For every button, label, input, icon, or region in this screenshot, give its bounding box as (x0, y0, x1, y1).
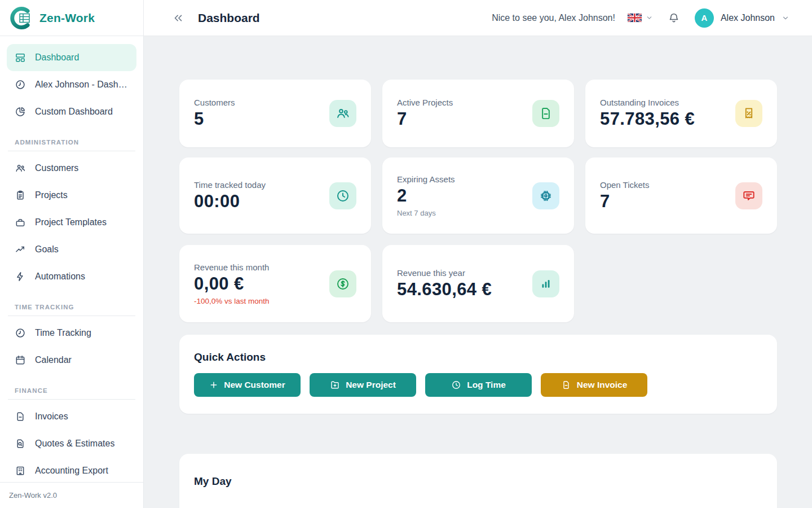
sidebar-item-label: Dashboard (35, 52, 79, 63)
quick-actions-title: Quick Actions (194, 351, 762, 364)
sidebar-item-accounting-export[interactable]: Accounting Export (7, 457, 136, 482)
document-icon (15, 411, 26, 422)
bar-chart-icon (532, 270, 559, 297)
toolbox-icon (15, 217, 26, 228)
stat-value: 7 (600, 191, 650, 212)
file-icon (561, 380, 571, 390)
sidebar-item-quotes-estimates[interactable]: Quotes & Estimates (7, 430, 136, 457)
sidebar: Zen-Work Dashboard Alex Johnson - Dashb… (0, 0, 144, 508)
stat-card-revenue-year[interactable]: Revenue this year 54.630,64 € (382, 245, 574, 322)
sidebar-item-project-templates[interactable]: Project Templates (7, 209, 136, 236)
stat-label: Expiring Assets (397, 174, 455, 184)
sidebar-item-custom-dashboard[interactable]: Custom Dashboard (7, 98, 136, 125)
sidebar-item-time-tracking[interactable]: Time Tracking (7, 319, 136, 347)
sidebar-item-label: Time Tracking (35, 328, 91, 338)
stats-row-3: Revenue this month 0,00 € -100,0% vs las… (179, 245, 777, 322)
language-selector[interactable] (628, 14, 653, 22)
sidebar-item-label: Invoices (35, 411, 68, 422)
stat-card-open-tickets[interactable]: Open Tickets 7 (585, 157, 777, 234)
log-time-button[interactable]: Log Time (425, 373, 532, 397)
notifications-bell-icon[interactable] (668, 12, 680, 24)
clock-icon (451, 380, 461, 390)
stat-delta: -100,0% vs last month (194, 297, 270, 305)
sidebar-item-label: Custom Dashboard (35, 107, 113, 117)
folder-plus-icon (330, 380, 340, 390)
dollar-circle-icon (329, 270, 356, 297)
topbar: Dashboard Nice to see you, Alex Johnson! (144, 0, 812, 36)
divider (8, 399, 135, 400)
file-icon (532, 100, 559, 127)
sidebar-item-label: Accounting Export (35, 466, 108, 476)
sidebar-item-label: Automations (35, 271, 85, 282)
stat-card-revenue-month[interactable]: Revenue this month 0,00 € -100,0% vs las… (179, 245, 371, 322)
stat-value: 54.630,64 € (397, 279, 492, 300)
stat-value: 00:00 (194, 191, 266, 212)
brand-home-link[interactable]: Zen-Work (0, 0, 143, 36)
sidebar-item-label: Projects (35, 190, 68, 200)
stat-card-outstanding-invoices[interactable]: Outstanding Invoices 57.783,56 € (585, 80, 777, 147)
main-area: Dashboard Nice to see you, Alex Johnson! (144, 0, 812, 508)
lightning-icon (15, 271, 26, 282)
stats-row-2: Time tracked today 00:00 Expiring Assets… (179, 157, 777, 234)
sidebar-collapse-button[interactable] (172, 12, 184, 24)
sidebar-item-label: Quotes & Estimates (35, 439, 114, 449)
clock-icon (15, 327, 26, 339)
sidebar-item-label: Calendar (35, 355, 72, 365)
sidebar-item-dashboard[interactable]: Dashboard (7, 44, 136, 71)
plus-icon (209, 380, 218, 389)
new-customer-button[interactable]: New Customer (194, 373, 301, 397)
sidebar-item-goals[interactable]: Goals (7, 236, 136, 263)
my-day-card: My Day (179, 454, 777, 508)
stat-value: 2 (397, 186, 455, 206)
stat-card-active-projects[interactable]: Active Projects 7 (382, 80, 574, 147)
user-name: Alex Johnson (721, 13, 775, 23)
quote-search-icon (15, 438, 26, 449)
sidebar-nav: Dashboard Alex Johnson - Dashb… Custom D… (0, 36, 143, 482)
receipt-percent-icon (735, 100, 762, 127)
user-menu[interactable]: A Alex Johnson (695, 8, 789, 28)
avatar: A (695, 8, 714, 28)
sidebar-section-finance: FINANCE (7, 374, 136, 399)
sidebar-item-projects[interactable]: Projects (7, 182, 136, 209)
stat-label: Outstanding Invoices (600, 98, 695, 107)
clipboard-icon (15, 190, 26, 201)
stat-label: Revenue this year (397, 268, 492, 278)
stat-card-expiring-assets[interactable]: Expiring Assets 2 Next 7 days (382, 157, 574, 234)
app-root: Zen-Work Dashboard Alex Johnson - Dashb… (0, 0, 812, 508)
sidebar-item-user-dashboard[interactable]: Alex Johnson - Dashb… (7, 71, 136, 98)
stat-label: Time tracked today (194, 180, 266, 190)
uk-flag-icon (628, 14, 642, 22)
users-icon (15, 163, 26, 174)
quick-actions-card: Quick Actions New Customer (179, 335, 777, 414)
button-label: New Invoice (577, 380, 628, 390)
stat-label: Open Tickets (600, 180, 650, 190)
stat-card-time-tracked[interactable]: Time tracked today 00:00 (179, 157, 371, 234)
stat-card-customers[interactable]: Customers 5 (179, 80, 371, 147)
sidebar-item-calendar[interactable]: Calendar (7, 347, 136, 374)
sidebar-item-automations[interactable]: Automations (7, 263, 136, 290)
new-invoice-button[interactable]: New Invoice (541, 373, 647, 397)
building-icon (15, 465, 26, 476)
new-project-button[interactable]: New Project (310, 373, 416, 397)
sidebar-section-time-tracking: TIME TRACKING (7, 290, 136, 316)
page-title: Dashboard (198, 11, 260, 25)
stat-label: Active Projects (397, 98, 453, 107)
chat-bubble-icon (735, 182, 762, 209)
button-label: New Project (346, 380, 396, 390)
stat-value: 5 (194, 109, 235, 129)
sidebar-item-label: Project Templates (35, 217, 107, 227)
zen-work-logo-icon (8, 6, 33, 30)
clock-icon (329, 182, 356, 209)
stat-value: 57.783,56 € (600, 109, 695, 129)
sidebar-item-invoices[interactable]: Invoices (7, 403, 136, 430)
button-label: New Customer (224, 380, 285, 390)
sidebar-section-administration: ADMINISTRATION (7, 125, 136, 151)
dashboard-content: Customers 5 Active Projects 7 (144, 36, 812, 508)
stat-value: 0,00 € (194, 274, 270, 294)
sidebar-item-customers[interactable]: Customers (7, 155, 136, 182)
stat-label: Revenue this month (194, 262, 270, 272)
chevron-down-icon (782, 14, 789, 22)
stats-row-1: Customers 5 Active Projects 7 (179, 80, 777, 147)
divider (8, 316, 135, 316)
stat-value: 7 (397, 109, 453, 129)
